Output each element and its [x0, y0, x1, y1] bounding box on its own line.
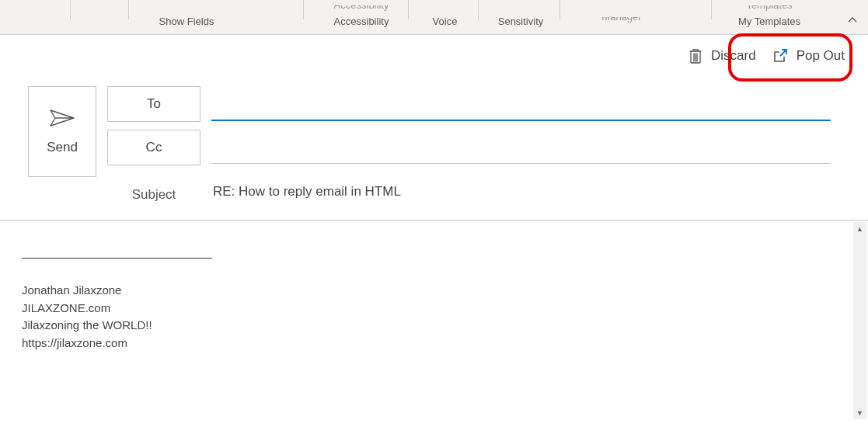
ribbon-group-label: Show Fields [93, 16, 280, 34]
signature-divider [22, 258, 212, 259]
compose-header: Send To Cc Subject [0, 77, 868, 215]
popout-label: Pop Out [797, 48, 845, 64]
cc-input[interactable] [211, 129, 831, 164]
ribbon-divider [711, 0, 712, 19]
ribbon-group-label: Voice [412, 16, 478, 34]
ribbon-group-cut: Templates [715, 5, 824, 12]
ribbon-group-manager[interactable]: Manager [575, 17, 668, 34]
cc-button-label: Cc [146, 140, 162, 155]
ribbon-divider [303, 0, 304, 19]
ribbon-group-sensitivity[interactable]: Sensitivity [482, 16, 559, 34]
ribbon-collapse-button[interactable] [845, 12, 860, 28]
popout-button[interactable]: Pop Out [772, 47, 845, 64]
scroll-down-arrow[interactable]: ▼ [853, 406, 866, 419]
ribbon-group-accessibility[interactable]: Accessibility Accessibility [311, 5, 412, 34]
subject-label: Subject [107, 178, 200, 212]
signature-name: Jonathan Jilaxzone [22, 282, 846, 300]
subject-input[interactable] [211, 175, 831, 209]
to-input[interactable] [211, 86, 831, 121]
scrollbar[interactable]: ▲ ▼ [853, 222, 866, 419]
send-button[interactable]: Send [28, 86, 96, 177]
message-body-area: Jonathan Jilaxzone JILAXZONE.com Jilaxzo… [0, 220, 868, 422]
ribbon-group-my-templates[interactable]: Templates My Templates [715, 5, 824, 34]
to-button-label: To [147, 96, 161, 112]
ribbon-group-label: My Templates [715, 16, 824, 34]
message-body[interactable]: Jonathan Jilaxzone JILAXZONE.com Jilaxzo… [0, 220, 868, 352]
fields-column [211, 86, 849, 212]
discard-label: Discard [711, 48, 756, 64]
ribbon-group-cut: Accessibility [311, 5, 412, 12]
ribbon-divider [559, 0, 560, 19]
ribbon-divider [70, 0, 71, 19]
ribbon-group-label [575, 27, 668, 34]
scroll-up-arrow[interactable]: ▲ [853, 222, 866, 235]
ribbon-group-voice[interactable]: Voice [412, 16, 478, 34]
chevron-up-icon [848, 16, 857, 25]
ribbon: Show Fields Accessibility Accessibility … [0, 0, 868, 35]
discard-button[interactable]: Discard [688, 47, 756, 64]
action-bar: Discard Pop Out [0, 35, 868, 77]
cc-button[interactable]: Cc [107, 130, 200, 165]
signature-site: JILAXZONE.com [22, 300, 846, 318]
send-icon [49, 109, 75, 127]
ribbon-divider [408, 0, 409, 19]
ribbon-group-show-fields[interactable]: Show Fields [93, 16, 280, 34]
popout-icon [772, 47, 789, 64]
trash-icon [688, 47, 703, 64]
recipient-buttons-column: To Cc Subject [107, 86, 200, 212]
ribbon-divider [478, 0, 479, 19]
signature-slogan: Jilaxzoning the WORLD!! [22, 317, 846, 335]
signature-url: https://jilaxzone.com [22, 335, 846, 352]
to-button[interactable]: To [107, 86, 200, 122]
send-label: Send [47, 140, 78, 155]
ribbon-group-cut: Manager [575, 17, 668, 24]
ribbon-divider [128, 0, 129, 19]
ribbon-group-label: Sensitivity [482, 16, 559, 34]
ribbon-group-label: Accessibility [311, 16, 412, 34]
